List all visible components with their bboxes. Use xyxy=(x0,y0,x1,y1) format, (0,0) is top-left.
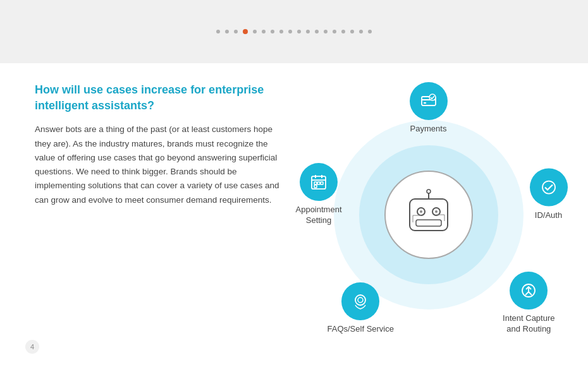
payments-node: Payments xyxy=(410,82,448,135)
section-heading: How will use cases increase for enterpri… xyxy=(35,82,288,114)
dot-14[interactable] xyxy=(333,30,336,33)
svg-point-11 xyxy=(435,210,438,213)
page-number: 4 xyxy=(25,340,39,354)
dot-7[interactable] xyxy=(271,30,274,33)
dot-11[interactable] xyxy=(306,30,310,33)
dot-10[interactable] xyxy=(297,30,301,33)
dot-9[interactable] xyxy=(288,30,292,33)
faqs-node: FAQs/Self Service xyxy=(328,282,394,335)
svg-rect-23 xyxy=(314,185,317,188)
appointment-icon xyxy=(310,173,328,191)
diagram-wrapper: Payments Appo xyxy=(309,88,549,341)
idauth-node: ID/Auth xyxy=(530,169,568,221)
diagram-section: Payments Appo xyxy=(300,82,556,347)
svg-point-10 xyxy=(420,210,422,213)
svg-point-26 xyxy=(358,298,363,303)
left-section: How will use cases increase for enterpri… xyxy=(35,82,288,347)
svg-line-30 xyxy=(529,292,532,295)
svg-rect-3 xyxy=(416,220,441,226)
faqs-label: FAQs/Self Service xyxy=(328,324,394,335)
intent-label: Intent Captureand Routing xyxy=(503,313,554,335)
dot-5[interactable] xyxy=(253,30,257,33)
appointment-node: AppointmentSetting xyxy=(296,163,342,226)
dot-17[interactable] xyxy=(359,30,363,33)
appointment-icon-circle xyxy=(300,163,338,201)
intent-node: Intent Captureand Routing xyxy=(503,272,554,335)
section-body: Answer bots are a thing of the past (or … xyxy=(35,123,288,207)
svg-point-24 xyxy=(542,181,555,194)
idauth-label: ID/Auth xyxy=(535,210,562,221)
svg-point-15 xyxy=(429,94,436,100)
svg-rect-21 xyxy=(317,182,320,184)
dot-15[interactable] xyxy=(341,30,345,33)
dot-1[interactable] xyxy=(216,30,220,33)
svg-rect-22 xyxy=(321,182,323,184)
dot-16[interactable] xyxy=(350,30,354,33)
dot-6[interactable] xyxy=(262,30,266,33)
intent-icon-circle xyxy=(510,272,548,310)
main-content: How will use cases increase for enterpri… xyxy=(0,63,588,360)
payments-icon-circle xyxy=(410,82,448,120)
payments-icon xyxy=(420,92,438,110)
robot-icon xyxy=(397,183,460,246)
idauth-icon xyxy=(540,179,558,196)
dot-8[interactable] xyxy=(279,30,283,33)
payments-label: Payments xyxy=(410,124,447,135)
svg-point-25 xyxy=(355,295,365,305)
svg-line-29 xyxy=(525,292,529,295)
intent-icon xyxy=(520,282,537,299)
progress-dots xyxy=(216,29,372,34)
dot-18[interactable] xyxy=(368,30,372,33)
faqs-icon-circle xyxy=(341,282,379,320)
dot-2[interactable] xyxy=(225,30,229,33)
top-bar xyxy=(0,0,588,63)
dot-12[interactable] xyxy=(315,30,319,33)
center-robot xyxy=(384,171,473,259)
faqs-icon xyxy=(352,292,369,310)
dot-4-active[interactable] xyxy=(243,29,248,34)
dot-3[interactable] xyxy=(234,30,238,33)
svg-rect-20 xyxy=(314,182,317,184)
idauth-icon-circle xyxy=(530,169,568,207)
dot-13[interactable] xyxy=(324,30,328,33)
appointment-label: AppointmentSetting xyxy=(296,205,342,226)
